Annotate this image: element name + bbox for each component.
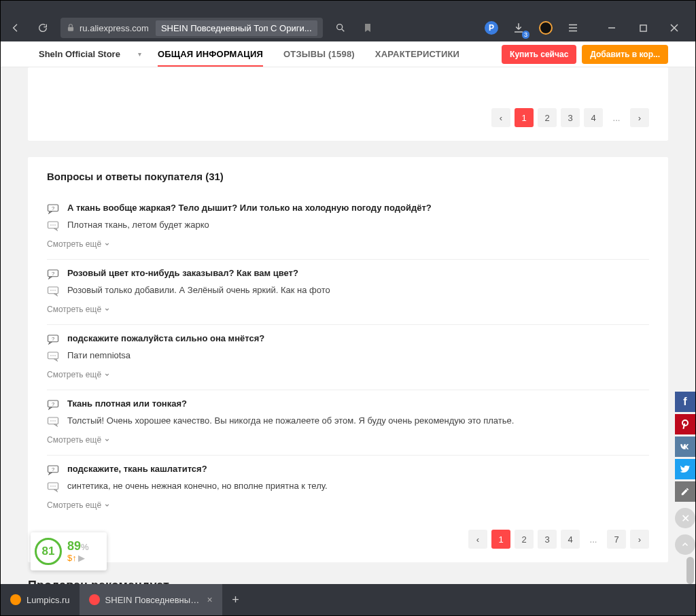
downloads-button[interactable]: 3 bbox=[509, 18, 528, 37]
svg-point-8 bbox=[54, 224, 56, 226]
qa-answer: Плотная ткань, летом будет жарко bbox=[67, 220, 209, 230]
svg-text:?: ? bbox=[52, 271, 54, 277]
bookmark-button[interactable] bbox=[358, 18, 377, 37]
answer-icon bbox=[47, 481, 59, 492]
qa-pagination: ‹ 1 2 3 4 ... 7 › bbox=[47, 530, 649, 549]
answer-icon bbox=[47, 416, 59, 427]
reload-button[interactable] bbox=[33, 18, 52, 37]
answer-icon bbox=[47, 351, 59, 362]
tab-overview[interactable]: ОБЩАЯ ИНФОРМАЦИЯ bbox=[158, 49, 263, 67]
browser-tab-shein[interactable]: SHEIN Повседневный Т × bbox=[80, 584, 222, 615]
search-in-page-button[interactable] bbox=[331, 18, 350, 37]
qa-question: подскажите, ткань кашлатится? bbox=[67, 464, 207, 474]
qa-show-more[interactable]: Смотреть ещё bbox=[47, 500, 110, 510]
page-content: SheIn Official Store ▾ ОБЩАЯ ИНФОРМАЦИЯ … bbox=[1, 41, 695, 584]
qa-show-more[interactable]: Смотреть ещё bbox=[47, 305, 110, 314]
qa-show-more[interactable]: Смотреть ещё bbox=[47, 370, 110, 379]
qa-page-ellipsis: ... bbox=[584, 530, 603, 549]
share-vk[interactable] bbox=[675, 437, 695, 457]
share-close[interactable]: ✕ bbox=[675, 508, 695, 528]
answer-icon bbox=[47, 220, 59, 231]
question-icon: ? bbox=[47, 399, 59, 410]
rating-score: 81 bbox=[35, 538, 62, 565]
qa-card: Вопросы и ответы покупателя (31) ?А ткан… bbox=[28, 157, 668, 562]
reviews-page-prev[interactable]: ‹ bbox=[491, 108, 510, 127]
svg-rect-2 bbox=[640, 24, 646, 31]
qa-item: ?подскажите пожалуйста сильно она мнётся… bbox=[47, 325, 649, 390]
svg-text:?: ? bbox=[52, 336, 54, 342]
qa-show-more[interactable]: Смотреть ещё bbox=[47, 435, 110, 445]
close-window-button[interactable] bbox=[659, 14, 690, 41]
qa-question: Розовый цвет кто-нибудь заказывал? Как в… bbox=[67, 268, 298, 278]
svg-point-20 bbox=[54, 355, 56, 356]
address-bar[interactable]: ru.aliexpress.com SHEIN Повседневный Топ… bbox=[60, 18, 323, 38]
share-twitter[interactable] bbox=[675, 459, 695, 479]
qa-page-2[interactable]: 2 bbox=[515, 530, 534, 549]
svg-point-13 bbox=[52, 290, 54, 291]
page-scroll-area[interactable]: ‹ 1 2 3 4 ... › Вопросы и ответы покупат… bbox=[1, 67, 695, 584]
tab-favicon bbox=[10, 594, 21, 605]
store-dropdown-icon[interactable]: ▾ bbox=[138, 50, 141, 58]
svg-text:?: ? bbox=[52, 205, 54, 211]
recommend-heading: Продавец рекомендует bbox=[28, 579, 668, 584]
url-host: ru.aliexpress.com bbox=[80, 23, 149, 33]
buy-now-button[interactable]: Купить сейчас bbox=[502, 45, 576, 64]
tab-specs[interactable]: ХАРАКТЕРИСТИКИ bbox=[375, 49, 459, 60]
tab-label: Lumpics.ru bbox=[27, 595, 70, 605]
svg-point-6 bbox=[50, 224, 52, 226]
tab-favicon bbox=[89, 594, 100, 605]
share-edit[interactable] bbox=[675, 481, 695, 502]
back-button[interactable] bbox=[6, 18, 25, 37]
share-facebook[interactable]: f bbox=[675, 392, 695, 412]
reviews-page-2[interactable]: 2 bbox=[538, 108, 557, 127]
qa-answer: Толстый! Очень хорошее качество. Вы нико… bbox=[67, 415, 514, 426]
share-pinterest[interactable] bbox=[675, 414, 695, 434]
reviews-page-1[interactable]: 1 bbox=[515, 108, 534, 127]
svg-point-19 bbox=[52, 355, 54, 356]
qa-item: ?Розовый цвет кто-нибудь заказывал? Как … bbox=[47, 260, 649, 325]
add-to-cart-button[interactable]: Добавить в кор... bbox=[582, 45, 668, 64]
qa-question: подскажите пожалуйста сильно она мнётся? bbox=[67, 333, 264, 343]
qa-question: А ткань вообще жаркая? Тело дышит? Или т… bbox=[67, 203, 432, 213]
tab-label: SHEIN Повседневный Т bbox=[105, 595, 202, 605]
qa-heading: Вопросы и ответы покупателя (31) bbox=[47, 171, 649, 182]
reviews-page-3[interactable]: 3 bbox=[561, 108, 580, 127]
qa-item: ?подскажите, ткань кашлатится?синтетика,… bbox=[47, 456, 649, 520]
qa-page-7[interactable]: 7 bbox=[607, 530, 626, 549]
svg-point-1 bbox=[336, 24, 342, 30]
new-tab-button[interactable]: + bbox=[222, 584, 249, 615]
reviews-pagination: ‹ 1 2 3 4 ... › bbox=[47, 108, 649, 127]
qa-page-3[interactable]: 3 bbox=[538, 530, 557, 549]
qa-show-more[interactable]: Смотреть ещё bbox=[47, 239, 110, 249]
scrollbar-thumb[interactable] bbox=[686, 557, 694, 584]
opera-icon[interactable] bbox=[536, 18, 555, 37]
qa-page-4[interactable]: 4 bbox=[561, 530, 580, 549]
tab-close-icon[interactable]: × bbox=[207, 594, 212, 605]
qa-page-prev[interactable]: ‹ bbox=[468, 530, 487, 549]
svg-point-24 bbox=[50, 420, 52, 422]
qa-page-next[interactable]: › bbox=[630, 530, 649, 549]
qa-page-1[interactable]: 1 bbox=[491, 530, 510, 549]
maximize-button[interactable] bbox=[627, 14, 659, 41]
svg-point-25 bbox=[52, 420, 54, 422]
extension-p-icon[interactable]: P bbox=[482, 18, 501, 37]
reviews-page-next[interactable]: › bbox=[630, 108, 649, 127]
product-sticky-bar: SheIn Official Store ▾ ОБЩАЯ ИНФОРМАЦИЯ … bbox=[1, 41, 695, 67]
tab-reviews[interactable]: ОТЗЫВЫ (1598) bbox=[283, 49, 355, 60]
url-title: SHEIN Повседневный Топ С Ориги... bbox=[156, 20, 317, 36]
svg-text:?: ? bbox=[52, 401, 54, 407]
browser-tabbar: Lumpics.ru SHEIN Повседневный Т × + bbox=[1, 584, 695, 615]
minimize-button[interactable] bbox=[596, 14, 627, 41]
window-titlebar bbox=[1, 1, 695, 14]
scroll-to-top[interactable] bbox=[675, 534, 695, 555]
qa-question: Ткань плотная или тонкая? bbox=[67, 398, 187, 409]
rating-trend: $↑▶ bbox=[67, 553, 89, 563]
reviews-card-bottom: ‹ 1 2 3 4 ... › bbox=[28, 67, 668, 141]
svg-point-14 bbox=[54, 290, 56, 291]
browser-tab-lumpics[interactable]: Lumpics.ru bbox=[1, 584, 80, 615]
reviews-page-4[interactable]: 4 bbox=[584, 108, 603, 127]
question-icon: ? bbox=[47, 269, 59, 279]
store-name[interactable]: SheIn Official Store bbox=[39, 49, 120, 59]
seller-rating-widget[interactable]: 81 89% $↑▶ bbox=[31, 532, 107, 570]
menu-button[interactable] bbox=[563, 18, 582, 37]
